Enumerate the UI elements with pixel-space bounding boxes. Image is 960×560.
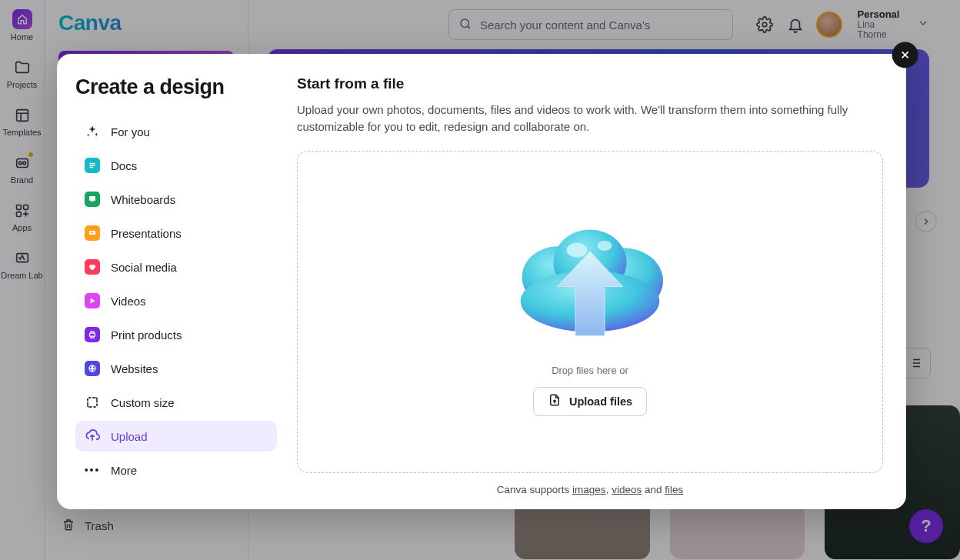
drop-text: Drop files here or [552,365,628,376]
modal-title: Create a design [75,75,277,99]
nav-more[interactable]: ••• More [75,455,277,485]
create-design-modal: Create a design For you Docs Whiteboards [57,54,906,509]
nav-whiteboards[interactable]: Whiteboards [75,184,277,215]
nav-label: Whiteboards [111,193,175,206]
presentation-icon [85,225,100,241]
support-sep: and [642,484,665,495]
nav-websites[interactable]: Websites [75,353,277,384]
close-button[interactable] [892,42,918,68]
nav-label: Videos [111,295,146,308]
svg-rect-12 [90,333,95,336]
upload-files-button[interactable]: Upload files [533,387,647,416]
upload-icon [85,428,100,444]
cloud-upload-icon [494,208,686,354]
docs-icon [85,158,100,173]
nav-for-you[interactable]: For you [75,116,277,147]
svg-rect-11 [89,196,95,201]
sparkle-icon [85,124,100,139]
nav-label: For you [111,125,150,138]
nav-presentations[interactable]: Presentations [75,218,277,248]
upload-button-label: Upload files [569,395,632,408]
support-line: Canva supports images, videos and files [297,484,883,495]
nav-label: Websites [111,362,158,375]
nav-label: Upload [111,430,148,443]
support-link-files[interactable]: files [665,484,683,495]
nav-upload[interactable]: Upload [75,421,277,452]
dropzone[interactable]: Drop files here or Upload files [297,151,883,474]
nav-label: Print products [111,328,182,342]
file-upload-icon [548,393,562,409]
modal-sidebar: Create a design For you Docs Whiteboards [57,54,288,509]
nav-print-products[interactable]: Print products [75,319,277,350]
video-icon [85,293,100,308]
nav-label: Presentations [111,227,182,240]
nav-label: More [111,464,137,477]
close-icon [899,48,912,61]
nav-label: Docs [111,159,137,172]
support-link-images[interactable]: images [572,484,606,495]
whiteboard-icon [85,192,100,207]
support-link-videos[interactable]: videos [612,484,642,495]
modal-content: Start from a file Upload your own photos… [288,54,906,509]
print-icon [85,327,100,342]
website-icon [85,361,100,376]
support-sep: , [606,484,612,495]
nav-custom-size[interactable]: Custom size [75,387,277,418]
modal-nav: For you Docs Whiteboards Presentations [75,116,277,485]
nav-label: Social media [111,261,177,274]
support-prefix: Canva supports [497,484,572,495]
svg-point-20 [598,241,612,251]
custom-size-icon [85,395,100,410]
svg-rect-14 [88,398,97,407]
svg-point-19 [567,242,588,257]
nav-videos[interactable]: Videos [75,285,277,316]
content-description: Upload your own photos, documents, files… [297,102,866,135]
nav-social-media[interactable]: Social media [75,252,277,282]
heart-icon [85,259,100,275]
nav-label: Custom size [111,396,175,409]
more-icon: ••• [85,462,100,478]
content-title: Start from a file [297,75,883,92]
nav-docs[interactable]: Docs [75,150,277,181]
